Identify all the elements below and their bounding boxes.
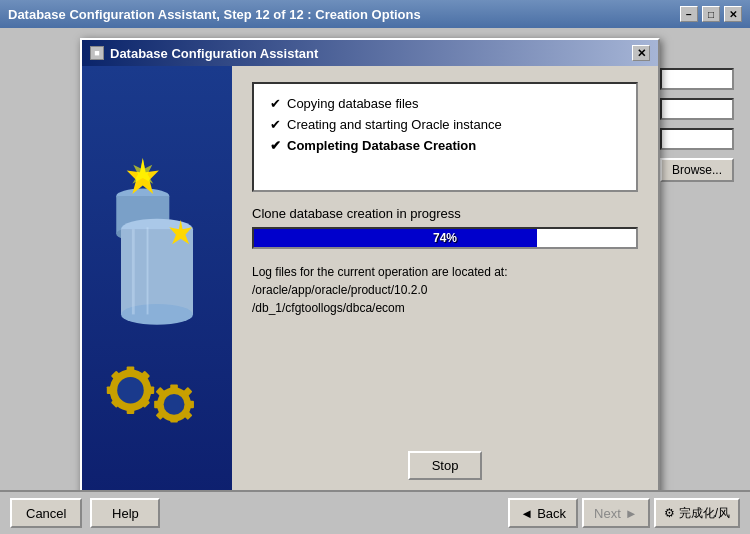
- database-svg: [87, 106, 227, 466]
- close-button[interactable]: ✕: [724, 6, 742, 22]
- finalize-label: 完成化/风: [679, 505, 730, 522]
- next-label: Next: [594, 506, 621, 521]
- svg-rect-16: [147, 386, 155, 394]
- log-line-2: /oracle/app/oracle/product/10.2.0: [252, 281, 638, 299]
- checklist-item-3: ✔ Completing Database Creation: [270, 138, 620, 153]
- checklist-label-2: Creating and starting Oracle instance: [287, 117, 502, 132]
- checklist-label-3: Completing Database Creation: [287, 138, 476, 153]
- modal-titlebar-left: ■ Database Configuration Assistant: [90, 46, 318, 61]
- progress-bar-container: 74%: [252, 227, 638, 249]
- left-illustration-panel: [82, 66, 232, 506]
- svg-rect-13: [127, 367, 135, 375]
- outer-content: Browse... ■ Database Configuration Assis…: [0, 28, 750, 534]
- toolbar-left: Cancel Help: [10, 498, 160, 528]
- next-arrow: ►: [625, 506, 638, 521]
- modal-body: ✔ Copying database files ✔ Creating and …: [82, 66, 658, 506]
- progress-label: Clone database creation in progress: [252, 206, 638, 221]
- maximize-button[interactable]: □: [702, 6, 720, 22]
- svg-rect-15: [107, 386, 115, 394]
- outer-title: Database Configuration Assistant, Step 1…: [8, 7, 421, 22]
- checklist-item-1: ✔ Copying database files: [270, 96, 620, 111]
- next-button[interactable]: Next ►: [582, 498, 650, 528]
- modal-dialog: ■ Database Configuration Assistant ✕: [80, 38, 660, 508]
- titlebar-controls: − □ ✕: [680, 6, 742, 22]
- svg-rect-14: [127, 406, 135, 414]
- modal-close-button[interactable]: ✕: [632, 45, 650, 61]
- cancel-button[interactable]: Cancel: [10, 498, 82, 528]
- bottom-toolbar: Cancel Help ◄ Back Next ► ⚙ 完成化/风: [0, 490, 750, 534]
- checkmark-1: ✔: [270, 96, 281, 111]
- checkmark-3: ✔: [270, 138, 281, 153]
- svg-point-22: [164, 394, 185, 415]
- outer-window: Database Configuration Assistant, Step 1…: [0, 0, 750, 534]
- back-label: Back: [537, 506, 566, 521]
- svg-rect-26: [187, 401, 194, 409]
- svg-point-5: [121, 304, 193, 325]
- svg-rect-4: [121, 229, 193, 314]
- gear-icon: ⚙: [664, 506, 675, 520]
- checklist-item-2: ✔ Creating and starting Oracle instance: [270, 117, 620, 132]
- modal-right-panel: ✔ Copying database files ✔ Creating and …: [232, 66, 658, 506]
- log-line-1: Log files for the current operation are …: [252, 263, 638, 281]
- svg-rect-23: [170, 385, 178, 392]
- help-button[interactable]: Help: [90, 498, 160, 528]
- right-inputs-panel: Browse...: [660, 68, 740, 182]
- checkmark-2: ✔: [270, 117, 281, 132]
- browse-button[interactable]: Browse...: [660, 158, 734, 182]
- modal-title: Database Configuration Assistant: [110, 46, 318, 61]
- svg-rect-24: [170, 416, 178, 423]
- progress-bar-fill: [254, 229, 537, 247]
- progress-bar-text: 74%: [433, 231, 457, 245]
- db-illustration: [82, 66, 232, 506]
- stop-button[interactable]: Stop: [408, 451, 483, 480]
- input-field-1[interactable]: [660, 68, 734, 90]
- progress-section: Clone database creation in progress 74%: [252, 206, 638, 249]
- log-line-3: /db_1/cfgtoollogs/dbca/ecom: [252, 299, 638, 317]
- checklist-label-1: Copying database files: [287, 96, 419, 111]
- input-field-2[interactable]: [660, 98, 734, 120]
- svg-rect-25: [154, 401, 161, 409]
- toolbar-right: ◄ Back Next ► ⚙ 完成化/风: [508, 498, 740, 528]
- svg-point-12: [117, 377, 144, 404]
- input-field-3[interactable]: [660, 128, 734, 150]
- outer-titlebar: Database Configuration Assistant, Step 1…: [0, 0, 750, 28]
- log-text: Log files for the current operation are …: [252, 263, 638, 317]
- modal-titlebar: ■ Database Configuration Assistant ✕: [82, 40, 658, 66]
- back-arrow: ◄: [520, 506, 533, 521]
- checklist-box: ✔ Copying database files ✔ Creating and …: [252, 82, 638, 192]
- button-area: Stop: [252, 451, 638, 490]
- minimize-button[interactable]: −: [680, 6, 698, 22]
- modal-title-icon: ■: [90, 46, 104, 60]
- finalize-button[interactable]: ⚙ 完成化/风: [654, 498, 740, 528]
- back-button[interactable]: ◄ Back: [508, 498, 578, 528]
